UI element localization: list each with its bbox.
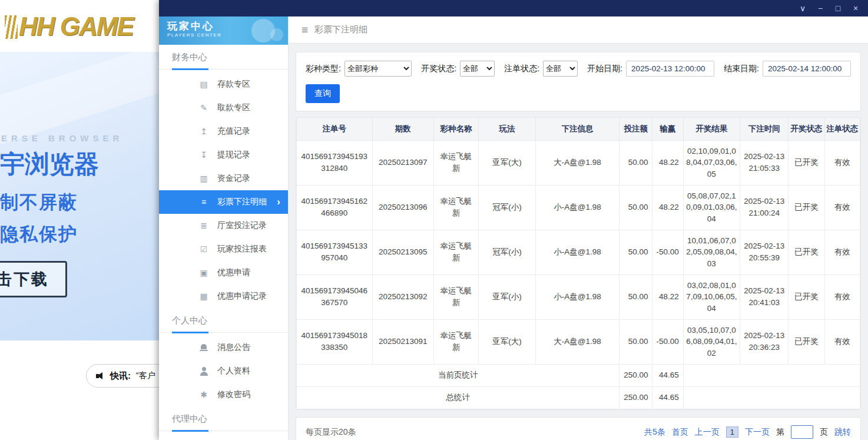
cell-bet-info: 小-A盘@1.98 bbox=[535, 230, 619, 274]
page-summary-bet-amount: 250.00 bbox=[619, 364, 652, 386]
bet-status-label: 注单状态: bbox=[504, 64, 539, 74]
cell-play-type: 亚军(大) bbox=[479, 319, 535, 364]
cell-bet-info: 大-A盘@1.98 bbox=[535, 140, 619, 185]
sidebar-item[interactable]: ✎取款专区› bbox=[159, 96, 288, 120]
current-page-indicator[interactable]: 1 bbox=[726, 426, 738, 438]
sidebar-item[interactable]: ≣厅室投注记录› bbox=[159, 214, 288, 237]
sidebar-item[interactable]: ↧提现记录› bbox=[159, 143, 288, 167]
lottery-type-select[interactable]: 全部彩种 bbox=[344, 61, 412, 77]
cell-bet-amount: 50.00 bbox=[619, 185, 652, 230]
coupon-record-icon: ▦ bbox=[199, 292, 208, 301]
gamepad-decor-icon bbox=[270, 28, 283, 41]
cell-lottery-name: 幸运飞艇新 bbox=[433, 140, 478, 185]
page-summary-label: 当前页统计 bbox=[297, 364, 619, 386]
sidebar-item-label: 修改密码 bbox=[217, 389, 250, 400]
cell-bet-time: 2025-02-13 20:41:03 bbox=[740, 274, 789, 319]
cell-draw-result: 02,10,09,01,08,04,07,03,06,05 bbox=[683, 140, 740, 185]
sidebar-item-label: 彩票下注明细 bbox=[217, 197, 267, 207]
promo-banner: ERSE BROWSER 宇浏览器 制不屏蔽 隐私保护 击下载 bbox=[0, 52, 159, 340]
table-row: 40156917394513395704020250213095幸运飞艇新冠军(… bbox=[297, 230, 860, 274]
sidebar-section-label: 财务中心 bbox=[159, 45, 288, 70]
jump-prefix-label: 第 bbox=[776, 427, 784, 438]
next-page-link[interactable]: 下一页 bbox=[745, 427, 770, 438]
page-jump-input[interactable] bbox=[791, 425, 813, 439]
sidebar-item[interactable]: ▦优惠申请记录› bbox=[159, 284, 288, 308]
start-date-input[interactable] bbox=[626, 61, 714, 77]
start-date-label: 开始日期: bbox=[587, 64, 622, 74]
sidebar-item[interactable]: ▤存款专区› bbox=[159, 72, 288, 96]
bet-status-select[interactable]: 全部 bbox=[543, 61, 578, 77]
column-header: 下注信息 bbox=[535, 118, 619, 140]
banner-eyebrow: ERSE BROWSER bbox=[1, 133, 159, 143]
pen-icon: ✎ bbox=[199, 104, 208, 113]
cell-draw-result: 03,05,10,07,06,08,09,04,01,02 bbox=[683, 319, 740, 364]
bell-icon bbox=[199, 343, 208, 352]
cell-bet-status: 有效 bbox=[824, 319, 860, 364]
total-count-text: 共5条 bbox=[644, 427, 665, 438]
hhgame-logo: HH GAME bbox=[0, 0, 159, 41]
sidebar-item[interactable]: ✱修改密码› bbox=[159, 383, 288, 406]
cell-draw-status: 已开奖 bbox=[789, 274, 824, 319]
close-button[interactable]: × bbox=[847, 0, 864, 16]
cell-bet-time: 2025-02-13 20:36:23 bbox=[740, 319, 789, 364]
cell-period: 20250213095 bbox=[372, 230, 433, 274]
background-page: HH GAME ERSE BROWSER 宇浏览器 制不屏蔽 隐私保护 击下载 … bbox=[0, 0, 159, 440]
card-icon: ▤ bbox=[199, 80, 208, 89]
column-header: 投注额 bbox=[619, 118, 652, 140]
sidebar-item[interactable]: ≡彩票下注明细› bbox=[159, 190, 288, 214]
sidebar-item-label: 优惠申请记录 bbox=[217, 291, 267, 302]
cell-bet-no: 401569173945018338350 bbox=[297, 319, 373, 364]
sidebar-item[interactable]: 消息公告› bbox=[159, 336, 288, 359]
sidebar-item-label: 玩家投注报表 bbox=[217, 244, 267, 254]
chevron-down-icon[interactable]: ∨ bbox=[794, 0, 811, 16]
sidebar-item-label: 厅室投注记录 bbox=[217, 220, 267, 231]
download-button[interactable]: 击下载 bbox=[0, 261, 67, 297]
maximize-button[interactable]: □ bbox=[829, 0, 847, 16]
sidebar-item[interactable]: ▣优惠申请› bbox=[159, 261, 288, 284]
sidebar-item-label: 取款专区 bbox=[217, 102, 250, 113]
ticker-text: “客户 bbox=[136, 370, 155, 381]
sidebar-item[interactable]: 个人资料› bbox=[159, 359, 288, 383]
total-summary-empty bbox=[683, 386, 860, 409]
end-date-input[interactable] bbox=[763, 61, 851, 77]
cell-win-loss: 48.22 bbox=[652, 140, 683, 185]
cell-bet-amount: 50.00 bbox=[619, 140, 652, 185]
first-page-link[interactable]: 首页 bbox=[672, 427, 688, 438]
list-icon: ≡ bbox=[199, 198, 208, 207]
cell-bet-no: 401569173945162466890 bbox=[297, 185, 373, 230]
draw-status-label: 开奖状态: bbox=[421, 64, 456, 74]
cell-bet-time: 2025-02-13 20:55:39 bbox=[740, 230, 789, 274]
column-header: 开奖结果 bbox=[683, 118, 740, 140]
filter-panel: 彩种类型: 全部彩种 开奖状态: 全部 注单状态: 全部 开始日期: 结束日期:… bbox=[296, 52, 861, 111]
jump-button[interactable]: 跳转 bbox=[834, 427, 851, 438]
minimize-button[interactable]: − bbox=[811, 0, 829, 16]
cell-period: 20250213097 bbox=[372, 140, 433, 185]
pagination-bar: 每页显示20条 共5条 首页 上一页 1 下一页 第 页 跳转 bbox=[296, 417, 861, 440]
page-title: 彩票下注明细 bbox=[314, 24, 367, 35]
sidebar-item[interactable]: ↥充值记录› bbox=[159, 120, 288, 143]
cell-bet-amount: 50.00 bbox=[619, 319, 652, 364]
logo-bars-icon bbox=[5, 15, 18, 39]
sidebar-item[interactable]: ☑玩家投注报表› bbox=[159, 237, 288, 261]
sidebar-menu: 财务中心▤存款专区›✎取款专区›↥充值记录›↧提现记录›▥资金记录›≡彩票下注明… bbox=[159, 45, 288, 440]
column-header: 玩法 bbox=[479, 118, 535, 140]
cell-bet-amount: 50.00 bbox=[619, 274, 652, 319]
cell-bet-status: 有效 bbox=[824, 185, 860, 230]
column-header: 期数 bbox=[372, 118, 433, 140]
prev-page-link[interactable]: 上一页 bbox=[695, 427, 720, 438]
cell-win-loss: 48.22 bbox=[652, 274, 683, 319]
arrow-down-icon: ↧ bbox=[199, 151, 208, 160]
table-row: 40156917394501833835020250213091幸运飞艇新亚军(… bbox=[297, 319, 860, 364]
table-row: 40156917394516246689020250213096幸运飞艇新冠军(… bbox=[297, 185, 860, 230]
banner-line2: 制不屏蔽 bbox=[0, 190, 159, 215]
banner-line3: 隐私保护 bbox=[0, 222, 159, 247]
sidebar-item[interactable]: ▥资金记录› bbox=[159, 167, 288, 190]
cell-bet-amount: 50.00 bbox=[619, 230, 652, 274]
draw-status-select[interactable]: 全部 bbox=[460, 61, 495, 77]
column-header: 彩种名称 bbox=[433, 118, 478, 140]
cell-bet-no: 401569173945193312840 bbox=[297, 140, 373, 185]
menu-icon[interactable]: ≡ bbox=[302, 24, 308, 37]
sidebar-item-label: 消息公告 bbox=[217, 342, 250, 353]
cell-lottery-name: 幸运飞艇新 bbox=[433, 274, 478, 319]
query-button[interactable]: 查询 bbox=[306, 84, 340, 103]
